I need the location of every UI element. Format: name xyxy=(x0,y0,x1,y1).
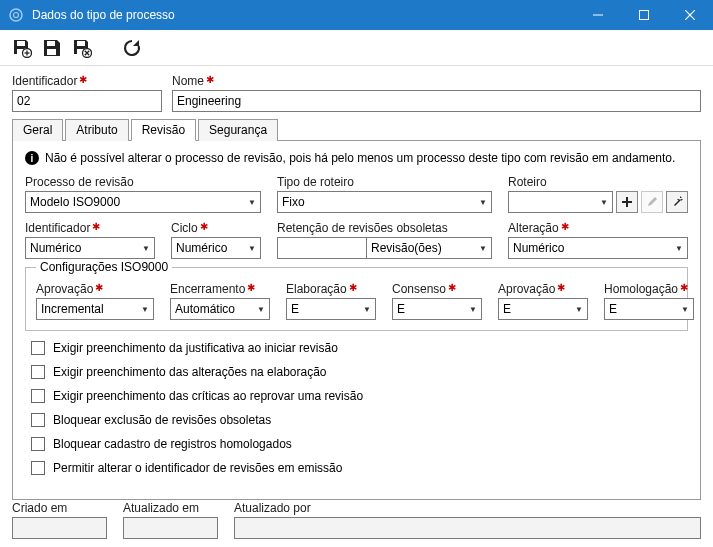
atualizado-por-input xyxy=(234,517,701,539)
tab-seguranca[interactable]: Segurança xyxy=(198,119,278,141)
required-icon: ✱ xyxy=(95,282,103,293)
processo-label: Processo de revisão xyxy=(25,175,134,189)
iso-encerramento-select[interactable] xyxy=(170,298,270,320)
nome-label: Nome xyxy=(172,74,204,88)
roteiro-edit-button xyxy=(641,191,663,213)
alteracao-select[interactable] xyxy=(508,237,688,259)
check-bloquear-exclusao[interactable] xyxy=(31,413,45,427)
identificador2-select[interactable] xyxy=(25,237,155,259)
criado-input xyxy=(12,517,107,539)
iso-consenso-label: Consenso xyxy=(392,282,446,296)
svg-rect-14 xyxy=(77,41,85,46)
footer: Criado em Atualizado em Atualizado por xyxy=(12,501,701,539)
svg-rect-13 xyxy=(47,49,56,55)
iso-aprovacao2-select[interactable] xyxy=(498,298,588,320)
atualizado-em-label: Atualizado em xyxy=(123,501,199,515)
save-and-new-button[interactable] xyxy=(10,36,34,60)
iso-encerramento-label: Encerramento xyxy=(170,282,245,296)
iso-aprovacao1-select[interactable] xyxy=(36,298,154,320)
required-icon: ✱ xyxy=(349,282,357,293)
refresh-button[interactable] xyxy=(120,36,144,60)
minimize-button[interactable] xyxy=(575,0,621,30)
retencao-input[interactable] xyxy=(277,237,367,259)
toolbar xyxy=(0,30,713,66)
iso-homologacao-select[interactable] xyxy=(604,298,694,320)
app-icon xyxy=(8,7,24,23)
criado-label: Criado em xyxy=(12,501,67,515)
window-title: Dados do tipo de processo xyxy=(32,8,575,22)
roteiro-wizard-button[interactable] xyxy=(666,191,688,213)
required-icon: ✱ xyxy=(206,74,214,85)
check-alteracoes[interactable] xyxy=(31,365,45,379)
info-text: Não é possível alterar o processo de rev… xyxy=(45,151,675,165)
retencao-unit-select[interactable] xyxy=(367,237,492,259)
tipo-roteiro-select[interactable] xyxy=(277,191,492,213)
required-icon: ✱ xyxy=(247,282,255,293)
check-justificativa-label: Exigir preenchimento da justificativa ao… xyxy=(53,341,338,355)
atualizado-por-label: Atualizado por xyxy=(234,501,311,515)
atualizado-em-input xyxy=(123,517,218,539)
tab-geral[interactable]: Geral xyxy=(12,119,63,141)
required-icon: ✱ xyxy=(200,221,208,232)
check-bloquear-cadastro-label: Bloquear cadastro de registros homologad… xyxy=(53,437,292,451)
svg-point-1 xyxy=(14,13,19,18)
titlebar: Dados do tipo de processo xyxy=(0,0,713,30)
processo-select[interactable] xyxy=(25,191,261,213)
iso-elaboracao-select[interactable] xyxy=(286,298,376,320)
tipo-roteiro-label: Tipo de roteiro xyxy=(277,175,354,189)
tab-atributo[interactable]: Atributo xyxy=(65,119,128,141)
retencao-label: Retenção de revisões obsoletas xyxy=(277,221,448,235)
required-icon: ✱ xyxy=(557,282,565,293)
ciclo-select[interactable] xyxy=(171,237,261,259)
svg-rect-3 xyxy=(640,11,649,20)
identificador-input[interactable] xyxy=(12,90,162,112)
identificador2-label: Identificador xyxy=(25,221,90,235)
save-button[interactable] xyxy=(40,36,64,60)
close-button[interactable] xyxy=(667,0,713,30)
check-criticas[interactable] xyxy=(31,389,45,403)
roteiro-select[interactable] xyxy=(508,191,613,213)
ciclo-label: Ciclo xyxy=(171,221,198,235)
check-permitir-alterar[interactable] xyxy=(31,461,45,475)
iso-fieldset: Configurações ISO9000 Aprovação✱ Encerra… xyxy=(25,267,688,331)
tab-revisao[interactable]: Revisão xyxy=(131,119,196,141)
required-icon: ✱ xyxy=(92,221,100,232)
tabs: Geral Atributo Revisão Segurança xyxy=(12,118,701,140)
required-icon: ✱ xyxy=(79,74,87,85)
iso-elaboracao-label: Elaboração xyxy=(286,282,347,296)
required-icon: ✱ xyxy=(448,282,456,293)
iso-aprovacao2-label: Aprovação xyxy=(498,282,555,296)
iso-aprovacao1-label: Aprovação xyxy=(36,282,93,296)
svg-point-0 xyxy=(10,9,22,21)
roteiro-label: Roteiro xyxy=(508,175,547,189)
check-bloquear-exclusao-label: Bloquear exclusão de revisões obsoletas xyxy=(53,413,271,427)
svg-rect-12 xyxy=(47,41,55,46)
identificador-label: Identificador xyxy=(12,74,77,88)
required-icon: ✱ xyxy=(561,221,569,232)
check-bloquear-cadastro[interactable] xyxy=(31,437,45,451)
roteiro-add-button[interactable] xyxy=(616,191,638,213)
nome-input[interactable] xyxy=(172,90,701,112)
check-justificativa[interactable] xyxy=(31,341,45,355)
required-icon: ✱ xyxy=(680,282,688,293)
iso-legend: Configurações ISO9000 xyxy=(36,260,172,274)
check-criticas-label: Exigir preenchimento das críticas ao rep… xyxy=(53,389,363,403)
check-permitir-alterar-label: Permitir alterar o identificador de revi… xyxy=(53,461,342,475)
info-icon: i xyxy=(25,151,39,165)
maximize-button[interactable] xyxy=(621,0,667,30)
tab-panel-revisao: i Não é possível alterar o processo de r… xyxy=(12,140,701,500)
check-alteracoes-label: Exigir preenchimento das alterações na e… xyxy=(53,365,327,379)
alteracao-label: Alteração xyxy=(508,221,559,235)
svg-rect-6 xyxy=(17,41,25,46)
iso-consenso-select[interactable] xyxy=(392,298,482,320)
save-and-close-button[interactable] xyxy=(70,36,94,60)
iso-homologacao-label: Homologação xyxy=(604,282,678,296)
